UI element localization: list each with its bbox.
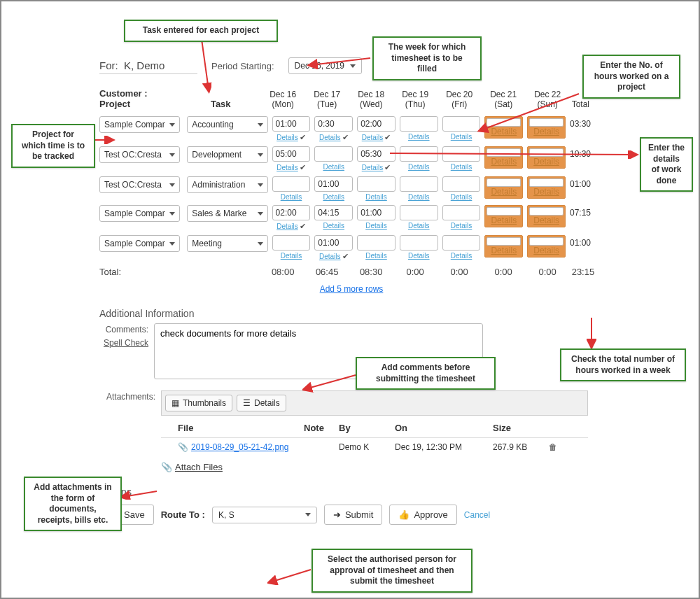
project-select[interactable]: Sample Compar bbox=[99, 116, 180, 133]
cancel-link[interactable]: Cancel bbox=[464, 510, 490, 520]
details-link[interactable]: Details bbox=[365, 252, 387, 260]
hours-input-weekend[interactable]: Details bbox=[527, 205, 566, 227]
details-link[interactable]: Details bbox=[408, 222, 430, 230]
details-link[interactable]: Details bbox=[365, 193, 387, 201]
details-link[interactable]: Details bbox=[451, 133, 472, 141]
hours-input[interactable] bbox=[442, 205, 481, 220]
details-link[interactable]: Details bbox=[491, 187, 517, 197]
hours-input[interactable]: 01:00 bbox=[272, 116, 311, 132]
hours-input-weekend[interactable]: Details bbox=[484, 116, 523, 139]
hours-input[interactable] bbox=[400, 146, 438, 162]
hours-input[interactable] bbox=[357, 176, 396, 192]
details-link[interactable]: Details bbox=[491, 216, 517, 225]
details-link[interactable]: Details bbox=[451, 252, 472, 260]
task-select[interactable]: Accounting bbox=[187, 116, 267, 133]
details-link[interactable]: Details bbox=[276, 223, 298, 230]
svg-line-8 bbox=[270, 570, 311, 582]
hours-input[interactable] bbox=[400, 235, 438, 251]
hours-input-weekend[interactable]: Details bbox=[484, 146, 523, 169]
attachment-file-link[interactable]: 2019-08-29_05-21-42.png bbox=[191, 442, 288, 452]
details-link[interactable]: Details bbox=[533, 216, 559, 225]
hours-input[interactable] bbox=[400, 176, 438, 192]
hours-input[interactable]: 02:00 bbox=[357, 116, 396, 132]
project-select[interactable]: Sample Compar bbox=[99, 205, 180, 222]
details-link[interactable]: Details bbox=[276, 134, 298, 141]
details-link[interactable]: Details bbox=[408, 133, 430, 141]
details-link[interactable]: Details bbox=[365, 222, 387, 230]
route-to-select[interactable]: K, S bbox=[212, 507, 317, 523]
attachment-size: 267.9 KB bbox=[493, 442, 549, 452]
thumbnails-button[interactable]: ▦Thumbnails bbox=[165, 395, 232, 411]
hours-input-weekend[interactable]: Details bbox=[484, 205, 523, 227]
hours-input[interactable]: 01:00 bbox=[314, 176, 353, 192]
hours-input-weekend[interactable]: Details bbox=[527, 176, 566, 199]
project-select[interactable]: Test OC:Cresta bbox=[99, 176, 180, 193]
hours-input[interactable]: 04:15 bbox=[314, 205, 353, 220]
details-link[interactable]: Details bbox=[408, 252, 430, 260]
details-link[interactable]: Details bbox=[276, 164, 298, 171]
task-select[interactable]: Meeting bbox=[187, 235, 267, 252]
details-link[interactable]: Details bbox=[533, 246, 559, 255]
project-select[interactable]: Sample Compar bbox=[99, 235, 180, 252]
hours-input[interactable] bbox=[442, 146, 481, 162]
details-link[interactable]: Details bbox=[362, 134, 384, 141]
hours-input[interactable] bbox=[272, 235, 311, 251]
header-day-6: Dec 22(Sun) bbox=[528, 90, 568, 109]
hours-input[interactable] bbox=[357, 235, 396, 251]
details-link[interactable]: Details bbox=[533, 127, 559, 136]
hours-input[interactable] bbox=[400, 116, 438, 132]
hours-input[interactable] bbox=[442, 176, 481, 192]
hours-input[interactable] bbox=[400, 205, 438, 220]
spell-check-link[interactable]: Spell Check bbox=[99, 337, 148, 350]
hours-input[interactable] bbox=[314, 146, 353, 162]
details-link[interactable]: Details bbox=[491, 246, 517, 255]
details-link[interactable]: Details bbox=[533, 157, 559, 167]
details-link[interactable]: Details bbox=[451, 163, 472, 171]
details-link[interactable]: Details bbox=[362, 164, 384, 171]
hours-input[interactable]: 02:00 bbox=[272, 205, 311, 220]
comments-label: Comments: bbox=[99, 323, 148, 337]
hours-input[interactable]: 05:30 bbox=[357, 146, 396, 162]
task-select[interactable]: Development bbox=[187, 146, 267, 163]
hours-input[interactable]: 01:00 bbox=[357, 205, 396, 220]
task-select[interactable]: Administration bbox=[187, 176, 267, 193]
details-link[interactable]: Details bbox=[451, 193, 472, 201]
hours-input-weekend[interactable]: Details bbox=[527, 146, 566, 169]
hours-input[interactable] bbox=[272, 176, 311, 192]
hours-input[interactable] bbox=[442, 235, 481, 251]
hours-input[interactable]: 01:00 bbox=[314, 235, 353, 251]
details-link[interactable]: Details bbox=[319, 134, 341, 141]
hours-input-weekend[interactable]: Details bbox=[527, 235, 566, 258]
approve-button[interactable]: 👍Approve bbox=[389, 505, 456, 525]
details-link[interactable]: Details bbox=[323, 193, 344, 201]
task-select[interactable]: Sales & Marke bbox=[187, 205, 267, 222]
submit-button[interactable]: ➜Submit bbox=[324, 505, 382, 525]
project-select[interactable]: Test OC:Cresta bbox=[99, 146, 180, 163]
details-link[interactable]: Details bbox=[491, 127, 517, 136]
details-link[interactable]: Details bbox=[533, 187, 559, 197]
details-link[interactable]: Details bbox=[451, 222, 472, 230]
hours-input[interactable] bbox=[442, 116, 481, 132]
hours-input[interactable]: 0:30 bbox=[314, 116, 353, 132]
details-link[interactable]: Details bbox=[323, 163, 344, 171]
details-link[interactable]: Details bbox=[319, 253, 341, 260]
details-link[interactable]: Details bbox=[408, 193, 430, 201]
attach-files-link[interactable]: Attach Files bbox=[175, 462, 223, 472]
add-rows-link[interactable]: Add 5 more rows bbox=[320, 284, 384, 294]
details-link[interactable]: Details bbox=[323, 222, 344, 230]
trash-icon[interactable]: 🗑 bbox=[549, 442, 557, 452]
details-link[interactable]: Details bbox=[281, 252, 302, 260]
details-link[interactable]: Details bbox=[491, 157, 517, 167]
hours-input[interactable]: 05:00 bbox=[272, 146, 311, 162]
details-button[interactable]: ☰Details bbox=[237, 395, 286, 411]
hours-input-weekend[interactable]: Details bbox=[527, 116, 566, 139]
details-link[interactable]: Details bbox=[281, 193, 302, 201]
details-link[interactable]: Details bbox=[408, 163, 430, 171]
hours-input-weekend[interactable]: Details bbox=[484, 176, 523, 199]
header-day-3: Dec 19(Thu) bbox=[396, 90, 435, 109]
attachment-by: Demo K bbox=[339, 442, 395, 452]
callout-total: Check the total number of hours worked i… bbox=[560, 348, 686, 381]
day-total: 06:45 bbox=[307, 267, 347, 277]
hours-input-weekend[interactable]: Details bbox=[484, 235, 523, 258]
period-starting-select[interactable]: Dec 16, 2019 bbox=[288, 57, 362, 74]
